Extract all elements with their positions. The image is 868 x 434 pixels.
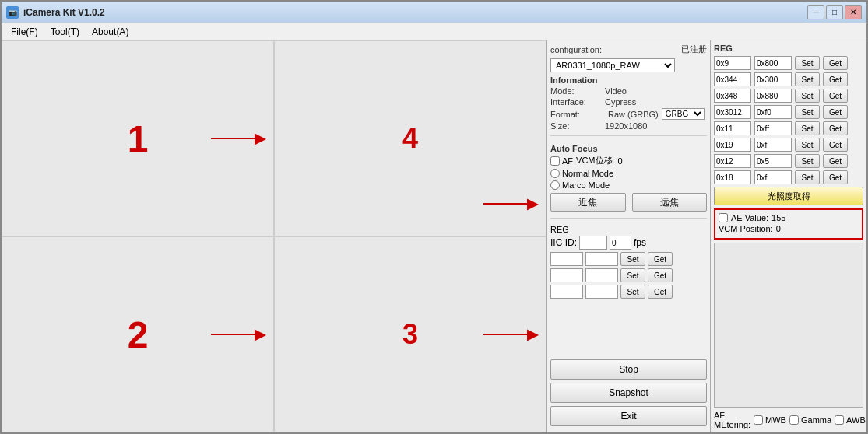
gamma-text: Gamma [801, 415, 831, 425]
right-reg-val-4[interactable] [754, 121, 792, 135]
config-dropdown[interactable]: AR0331_1080p_RAW AR0331_720p_RAW AR0330_… [550, 58, 675, 72]
gamma-label[interactable]: Gamma [789, 415, 831, 425]
right-reg-addr-0[interactable] [714, 56, 751, 70]
iic-id-input[interactable] [579, 236, 607, 250]
right-reg-addr-2[interactable] [714, 89, 751, 103]
reg-set-3[interactable]: Set [620, 285, 645, 299]
right-reg-addr-4[interactable] [714, 121, 751, 135]
right-reg-set-2[interactable]: Set [795, 89, 820, 103]
reg-row-1: Set Get [550, 252, 707, 266]
marco-mode-radio[interactable] [550, 180, 560, 190]
gamma-checkbox[interactable] [789, 415, 799, 425]
stop-button[interactable]: Stop [550, 359, 707, 380]
divider-2 [550, 218, 707, 219]
mode-row: Mode: Video [550, 86, 707, 96]
reg-get-2[interactable]: Get [648, 268, 673, 282]
size-label: Size: [550, 121, 605, 131]
light-measure-button[interactable]: 光照度取得 [714, 187, 863, 205]
right-reg-get-1[interactable]: Get [823, 72, 848, 86]
ae-checkbox[interactable] [719, 213, 728, 222]
af-checkbox-row: AF VCM位移: 0 [550, 155, 707, 166]
normal-mode-radio[interactable] [550, 169, 560, 178]
right-reg-row-5: Set Get [714, 138, 863, 152]
menu-tool[interactable]: Tool(T) [44, 25, 86, 39]
right-reg-get-2[interactable]: Get [823, 89, 848, 103]
reg-addr-3[interactable] [550, 285, 583, 299]
interface-label: Interface: [550, 97, 605, 107]
fps-input[interactable] [610, 236, 631, 250]
reg-val-2[interactable] [585, 268, 618, 282]
near-focus-button[interactable]: 近焦 [550, 193, 626, 212]
reg-set-2[interactable]: Set [620, 268, 645, 282]
minimize-button[interactable]: ─ [807, 5, 824, 19]
right-reg-addr-6[interactable] [714, 154, 751, 168]
right-reg-row-2: Set Get [714, 89, 863, 103]
mwb-checkbox[interactable] [754, 415, 763, 425]
right-reg-val-7[interactable] [754, 170, 792, 184]
reg-val-3[interactable] [585, 285, 618, 299]
menu-file[interactable]: File(F) [5, 25, 44, 39]
far-focus-button[interactable]: 远焦 [632, 193, 708, 212]
af-metering-title: AF MEtering: [714, 411, 750, 429]
mwb-label[interactable]: MWB [754, 415, 786, 425]
right-reg-row-6: Set Get [714, 154, 863, 168]
right-reg-val-3[interactable] [754, 105, 792, 119]
menu-about[interactable]: About(A) [86, 25, 135, 39]
exit-button[interactable]: Exit [550, 406, 707, 426]
config-label: configuration: [550, 45, 602, 54]
ae-value: 155 [771, 213, 785, 222]
close-button[interactable]: ✕ [845, 5, 862, 19]
normal-mode-label[interactable]: Normal Mode [550, 169, 613, 178]
right-reg-val-1[interactable] [754, 72, 792, 86]
snapshot-button[interactable]: Snapshot [550, 383, 707, 403]
right-reg-val-2[interactable] [754, 89, 792, 103]
reg-row-3: Set Get [550, 285, 707, 299]
reg-val-1[interactable] [585, 252, 618, 266]
vcm-value: 0 [618, 156, 623, 166]
right-reg-val-0[interactable] [754, 56, 792, 70]
right-reg-set-7[interactable]: Set [795, 170, 820, 184]
awb-label[interactable]: AWB [835, 415, 866, 425]
right-reg-get-5[interactable]: Get [823, 138, 848, 152]
right-reg-get-7[interactable]: Get [823, 170, 848, 184]
reg-set-1[interactable]: Set [620, 252, 645, 266]
right-reg-set-1[interactable]: Set [795, 72, 820, 86]
reg-get-3[interactable]: Get [648, 285, 673, 299]
right-preview-box [714, 243, 863, 408]
right-reg-val-6[interactable] [754, 154, 792, 168]
iic-row: IIC ID: fps [550, 236, 707, 250]
right-reg-set-4[interactable]: Set [795, 121, 820, 135]
right-reg-get-0[interactable]: Get [823, 56, 848, 70]
information-title: Information [550, 75, 707, 85]
af-checkbox-label[interactable]: AF [550, 156, 573, 166]
right-reg-set-5[interactable]: Set [795, 138, 820, 152]
preview-quadrant-4: 4 ▶ [274, 40, 546, 236]
right-reg-addr-7[interactable] [714, 170, 751, 184]
right-reg-get-3[interactable]: Get [823, 105, 848, 119]
marco-mode-label[interactable]: Marco Mode [550, 180, 610, 190]
right-reg-get-4[interactable]: Get [823, 121, 848, 135]
quadrant-1-number: 1 [128, 117, 149, 160]
af-label: AF [562, 156, 573, 166]
quadrant-4-number: 4 [402, 122, 418, 155]
reg-addr-1[interactable] [550, 252, 583, 266]
maximize-button[interactable]: □ [826, 5, 843, 19]
right-reg-set-6[interactable]: Set [795, 154, 820, 168]
af-checkbox[interactable] [550, 156, 560, 166]
af-metering-row: AF MEtering: MWB Gamma AWB [714, 411, 863, 429]
right-reg-addr-5[interactable] [714, 138, 751, 152]
format-dropdown[interactable]: GRBG RGGB BGGR GBRG [662, 108, 705, 120]
reg-addr-2[interactable] [550, 268, 583, 282]
ae-value-row: AE Value: 155 [719, 213, 859, 222]
reg-get-1[interactable]: Get [648, 252, 673, 266]
preview-quadrant-2: 2 ▶ [2, 236, 274, 432]
right-reg-addr-3[interactable] [714, 105, 751, 119]
normal-mode-row: Normal Mode [550, 169, 707, 178]
right-reg-addr-1[interactable] [714, 72, 751, 86]
app-icon: 📷 [6, 6, 19, 19]
right-reg-val-5[interactable] [754, 138, 792, 152]
right-reg-set-0[interactable]: Set [795, 56, 820, 70]
right-reg-set-3[interactable]: Set [795, 105, 820, 119]
right-reg-get-6[interactable]: Get [823, 154, 848, 168]
awb-checkbox[interactable] [835, 415, 844, 425]
